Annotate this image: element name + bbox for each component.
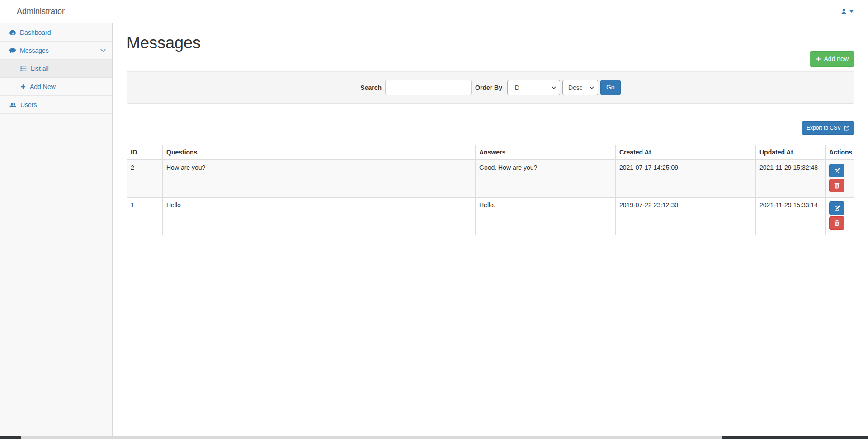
column-header-actions: Actions [826, 145, 854, 160]
main-content: Messages Add new Search Order By ID [113, 23, 868, 436]
sidebar-item-label: Dashboard [20, 29, 51, 36]
search-input[interactable] [385, 80, 472, 95]
comment-icon [9, 47, 16, 54]
users-icon [9, 101, 17, 108]
add-new-label: Add new [824, 55, 849, 64]
cell-updated-at: 2021-11-29 15:33:14 [756, 198, 826, 235]
tachometer-icon [9, 29, 16, 36]
trash-icon [834, 220, 840, 226]
cell-id: 2 [127, 160, 163, 198]
sidebar-item-label: List all [31, 65, 49, 72]
topbar: Administrator [0, 0, 868, 23]
cell-actions [826, 160, 854, 198]
sidebar-item-dashboard[interactable]: Dashboard [0, 23, 112, 42]
sidebar-item-list-all[interactable]: List all [0, 60, 112, 78]
cell-question: Hello [163, 198, 476, 235]
trash-icon [834, 182, 840, 189]
table-row: 2 How are you? Good. How are you? 2021-0… [127, 160, 854, 198]
plus-icon [20, 84, 26, 90]
section-divider [127, 113, 854, 113]
page-title: Messages [127, 33, 854, 52]
cell-created-at: 2019-07-22 23:12:30 [616, 198, 756, 235]
search-label: Search [360, 84, 382, 91]
sidebar-item-users[interactable]: Users [0, 96, 112, 114]
sidebar: Dashboard Messages List all Add New [0, 23, 113, 436]
filter-panel: Search Order By ID Desc Go [127, 71, 854, 104]
sidebar-item-label: Users [20, 101, 37, 108]
sidebar-item-label: Add New [30, 83, 56, 90]
sidebar-item-add-new[interactable]: Add New [0, 78, 112, 96]
edit-icon [834, 168, 840, 174]
column-header-id: ID [127, 145, 163, 160]
messages-table: ID Questions Answers Created At Updated … [127, 145, 854, 235]
export-csv-button[interactable]: Export to CSV [802, 121, 854, 135]
go-button[interactable]: Go [600, 80, 621, 95]
column-header-updated-at: Updated At [756, 145, 826, 160]
cell-updated-at: 2021-11-29 15:32:48 [756, 160, 826, 198]
edit-button[interactable] [829, 201, 844, 215]
chevron-down-icon [100, 49, 106, 52]
cell-id: 1 [127, 198, 163, 235]
export-row: Export to CSV [127, 121, 854, 135]
add-new-button[interactable]: Add new [810, 51, 854, 67]
scrollbar-thumb[interactable] [0, 436, 21, 439]
plus-icon [816, 56, 821, 62]
column-header-created-at: Created At [616, 145, 756, 160]
caret-down-icon [849, 10, 854, 13]
edit-icon [834, 205, 840, 212]
export-csv-label: Export to CSV [807, 124, 841, 132]
app-title: Administrator [17, 7, 65, 16]
title-divider [127, 60, 483, 60]
sidebar-item-label: Messages [20, 47, 49, 54]
column-header-answers: Answers [476, 145, 616, 160]
horizontal-scrollbar[interactable] [0, 436, 868, 439]
page-head: Messages Add new [127, 33, 854, 60]
export-icon [844, 125, 849, 131]
cell-answer: Good. How are you? [476, 160, 616, 198]
edit-button[interactable] [829, 164, 844, 177]
user-dropdown[interactable] [840, 8, 854, 15]
column-header-questions: Questions [163, 145, 476, 160]
scrollbar-thumb[interactable] [722, 436, 868, 439]
table-header-row: ID Questions Answers Created At Updated … [127, 145, 854, 160]
table-row: 1 Hello Hello. 2019-07-22 23:12:30 2021-… [127, 198, 854, 235]
order-by-label: Order By [475, 84, 502, 91]
cell-question: How are you? [163, 160, 476, 198]
user-icon [840, 8, 847, 15]
sidebar-item-messages[interactable]: Messages [0, 42, 112, 60]
delete-button[interactable] [829, 179, 844, 192]
delete-button[interactable] [829, 216, 844, 230]
order-direction-select[interactable]: Desc [562, 80, 598, 95]
cell-created-at: 2021-07-17 14:25:09 [616, 160, 756, 198]
order-field-select[interactable]: ID [507, 80, 560, 95]
cell-answer: Hello. [476, 198, 616, 235]
cell-actions [826, 198, 854, 235]
list-icon [20, 65, 27, 72]
